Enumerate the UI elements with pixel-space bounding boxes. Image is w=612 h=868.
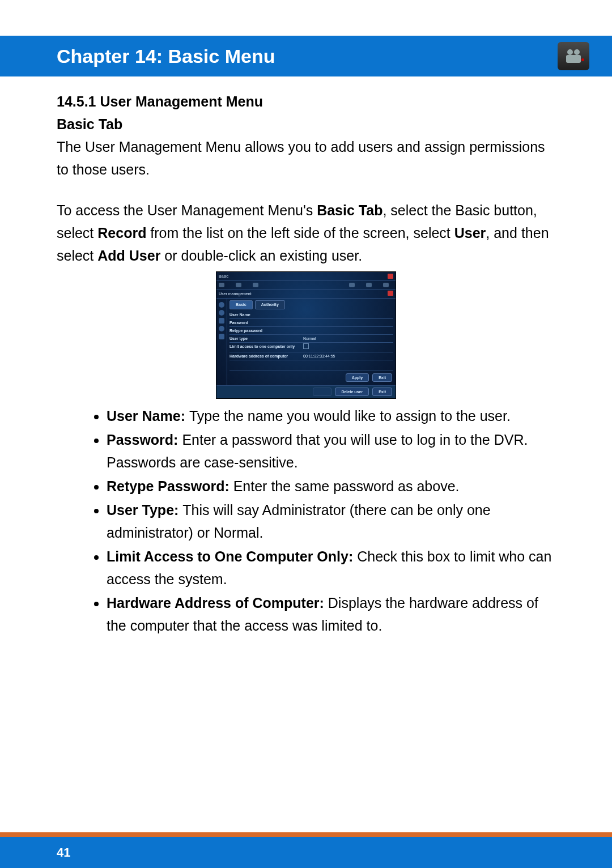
fig-window-titlebar: Basic [216, 272, 396, 281]
bullet-list: User Name: Type the name you would like … [57, 405, 555, 637]
camera-icon [558, 42, 589, 70]
access-text-5: or double-click an existing user. [160, 248, 362, 263]
fig-outer-exit-button: Exit [372, 388, 392, 396]
fig-username-label: User Name [230, 312, 303, 318]
close-icon [388, 274, 393, 279]
list-item: Limit Access to One Computer Only: Check… [107, 545, 555, 590]
gear-icon [219, 302, 224, 308]
fig-usertype-value: Normal [303, 335, 393, 342]
disc-icon [219, 326, 224, 331]
fig-toolbar [216, 281, 396, 290]
chapter-header: Chapter 14: Basic Menu [0, 36, 612, 76]
fig-main-panel: Basic Authority User Name Password Retyp… [227, 299, 396, 385]
fig-exit-button: Exit [372, 373, 392, 382]
user-management-screenshot: Basic User management [216, 271, 396, 399]
access-bold-basic-tab: Basic Tab [317, 202, 382, 218]
fig-hw-label: Hardware address of computer [230, 353, 303, 359]
fig-footer-buttons: Delete user Exit [216, 385, 396, 398]
list-item: Password: Enter a password that you will… [107, 428, 555, 474]
monitor-icon [219, 318, 224, 324]
fig-apply-button: Apply [346, 373, 369, 382]
bullet-username-label: User Name: [107, 408, 189, 424]
list-item: Hardware Address of Computer: Displays t… [107, 592, 555, 637]
page-number: 41 [57, 845, 70, 860]
fig-panel-title: User management [219, 291, 252, 297]
list-item: User Name: Type the name you would like … [107, 405, 555, 427]
bullet-retype-text: Enter the same password as above. [233, 478, 460, 494]
access-text-3: from the list on the left side of the sc… [146, 225, 454, 241]
bullet-retype-label: Retype Password: [107, 478, 233, 494]
bullet-usertype-label: User Type: [107, 502, 182, 518]
top-margin [0, 0, 612, 36]
fig-tab-authority: Authority [255, 300, 285, 309]
access-bold-user: User [454, 225, 486, 241]
section-subtitle: Basic Tab [57, 113, 555, 135]
section-number-title: 14.5.1 User Management Menu [57, 90, 555, 113]
access-bold-add-user: Add User [97, 248, 160, 263]
camera-glyph [566, 49, 581, 63]
chapter-title: Chapter 14: Basic Menu [57, 45, 275, 67]
fig-limit-label: Limit access to one computer only [230, 343, 303, 351]
access-paragraph: To access the User Management Menu's Bas… [57, 199, 555, 267]
access-text-1: To access the User Management Menu's [57, 202, 317, 218]
fig-retype-label: Retype password [230, 327, 303, 334]
fig-sidebar [216, 299, 227, 385]
fig-usertype-label: User type [230, 335, 303, 342]
page-content: 14.5.1 User Management Menu Basic Tab Th… [0, 76, 612, 637]
fig-body: Basic Authority User Name Password Retyp… [216, 299, 396, 385]
fig-disabled-button [313, 388, 332, 396]
fig-panel-titlebar: User management [216, 290, 396, 299]
page-footer: 41 [0, 837, 612, 868]
bullet-hw-label: Hardware Address of Computer: [107, 595, 328, 611]
fig-hw-value: 00:11:22:33:44:55 [303, 353, 393, 359]
figure-container: Basic User management [57, 271, 555, 399]
bullet-limit-label: Limit Access to One Computer Only: [107, 548, 357, 564]
fig-window-title: Basic [219, 273, 228, 279]
intro-paragraph: The User Management Menu allows you to a… [57, 135, 555, 181]
info-icon [219, 310, 224, 316]
bullet-username-text: Type the name you would like to assign t… [189, 408, 511, 424]
fig-password-label: Password [230, 320, 303, 326]
checkbox-icon [303, 343, 309, 349]
document-page: Chapter 14: Basic Menu 14.5.1 User Manag… [0, 0, 612, 868]
fig-tab-basic: Basic [230, 300, 253, 309]
box-icon [219, 334, 224, 339]
access-bold-record: Record [97, 225, 146, 241]
list-item: Retype Password: Enter the same password… [107, 475, 555, 497]
list-item: User Type: This will say Administrator (… [107, 499, 555, 544]
bullet-password-label: Password: [107, 432, 182, 448]
close-icon [388, 291, 393, 296]
fig-delete-user-button: Delete user [335, 388, 369, 396]
footer-accent-bar [0, 832, 612, 837]
